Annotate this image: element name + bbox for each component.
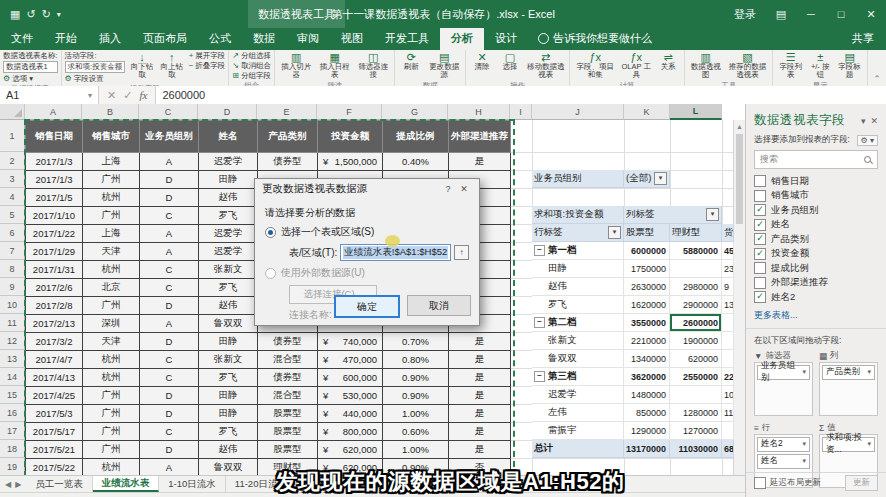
table-cell[interactable]: 债券型 [258, 369, 318, 387]
sign-in-button[interactable]: 登录 [724, 7, 766, 22]
name-box[interactable]: A1▾ [0, 86, 99, 104]
pivot-cell[interactable]: 雷振宇 [532, 422, 624, 440]
table-header-cell[interactable]: 提成比例 [383, 121, 449, 153]
field-chip[interactable]: 姓名▾ [757, 454, 810, 469]
pivot-cell[interactable]: 2600000 [670, 314, 722, 332]
more-tables-link[interactable]: 更多表格... [746, 305, 886, 324]
row-header-12[interactable]: 12 [0, 332, 25, 350]
row-header-11[interactable]: 11 [0, 314, 25, 332]
select-button[interactable]: ▢选择 [497, 51, 523, 80]
pane-options-icon[interactable]: ▾ [861, 116, 866, 126]
pivot-cell[interactable] [670, 260, 722, 278]
pivot-cell[interactable]: 货币型 [722, 224, 734, 242]
collapse-field-button[interactable]: −折叠字段 [189, 61, 226, 70]
plus-minus-buttons-button[interactable]: ±+/- 按钮 [807, 51, 833, 80]
table-cell[interactable]: 2017/5/21 [26, 441, 83, 459]
table-cell[interactable]: 赵伟 [199, 189, 258, 207]
insert-slicer-button[interactable]: ▥插入切片器 [278, 51, 314, 80]
table-cell[interactable]: 2017/1/3 [26, 171, 83, 189]
pivot-cell[interactable]: 10 [722, 386, 734, 404]
pivot-cell[interactable]: 1750000 [624, 260, 670, 278]
table-cell[interactable]: C [140, 207, 199, 225]
field-item[interactable]: ✓姓名 [754, 218, 878, 233]
pivottable-name-value[interactable]: 数据透视表1 [3, 61, 58, 73]
enter-icon[interactable]: ✓ [123, 89, 132, 102]
pivot-cell[interactable]: 1340000 [624, 350, 670, 368]
pivot-cell[interactable]: 2980000 [670, 278, 722, 296]
filters-drop-zone[interactable]: 业务员组别▾ [754, 362, 813, 416]
pivot-cell[interactable]: 左伟 [532, 404, 624, 422]
pivot-cell[interactable]: 68 [722, 440, 734, 458]
column-header-F[interactable]: F [317, 104, 382, 120]
cancel-button[interactable]: 取消 [407, 295, 471, 316]
table-cell[interactable]: 赵伟 [199, 441, 258, 459]
field-item[interactable]: ✓姓名2 [754, 290, 878, 305]
drill-down-button[interactable]: ↓向下钻取 [128, 51, 156, 80]
table-cell[interactable]: A [140, 315, 199, 333]
fields-search-input[interactable]: 搜索 [754, 150, 878, 169]
column-header-G[interactable]: G [382, 104, 448, 120]
pivot-cell[interactable]: 11030000 [670, 440, 722, 458]
table-cell[interactable]: ¥800,000 [318, 423, 383, 441]
table-cell[interactable]: 2017/2/8 [26, 297, 83, 315]
table-cell[interactable]: 混合型 [258, 387, 318, 405]
pivot-cell[interactable]: 股票型 [624, 224, 670, 242]
field-checkbox[interactable] [754, 262, 766, 274]
table-cell[interactable]: A [140, 459, 199, 476]
table-cell[interactable]: 2017/1/22 [26, 225, 83, 243]
table-cell[interactable]: 罗飞 [199, 279, 258, 297]
pivot-cell[interactable]: 业务员组别 [532, 170, 624, 188]
pivot-cell[interactable]: 张新文 [532, 332, 624, 350]
pivot-cell[interactable] [722, 314, 734, 332]
table-cell[interactable]: C [140, 261, 199, 279]
table-cell[interactable]: D [140, 333, 199, 351]
table-cell[interactable]: 2017/2/13 [26, 315, 83, 333]
ribbon-tab-分析[interactable]: 分析 [440, 28, 484, 50]
sheet-tab-1-10日流水[interactable]: 1-10日流水 [159, 476, 226, 492]
field-item[interactable]: 销售城市 [754, 189, 878, 204]
table-cell[interactable]: 股票型 [258, 441, 318, 459]
table-cell[interactable]: 北京 [83, 279, 140, 297]
field-checkbox[interactable]: ✓ [754, 248, 766, 260]
collapse-group-icon[interactable]: − [534, 317, 545, 328]
pivot-cell[interactable]: 2550000 [670, 368, 722, 386]
table-cell[interactable]: 2017/4/7 [26, 351, 83, 369]
field-chip[interactable]: 求和项:投资...▾ [822, 437, 875, 452]
table-cell[interactable]: 2017/3/2 [26, 333, 83, 351]
ribbon-tab-视图[interactable]: 视图 [330, 28, 374, 50]
pivot-cell[interactable]: 13 [722, 296, 734, 314]
table-header-cell[interactable]: 投资金额 [318, 121, 383, 153]
table-cell[interactable]: 债券型 [258, 333, 318, 351]
field-list-button[interactable]: ☰字段列表 [776, 51, 805, 80]
table-cell[interactable]: C [140, 279, 199, 297]
active-field-label[interactable]: 活动字段: [65, 51, 126, 60]
row-header-4[interactable]: 4 [0, 188, 25, 206]
table-cell[interactable]: 混合型 [258, 351, 318, 369]
chip-dropdown-icon[interactable]: ▾ [867, 368, 871, 376]
table-cell[interactable]: 2017/1/5 [26, 189, 83, 207]
table-cell[interactable]: 2017/1/10 [26, 207, 83, 225]
move-pivottable-button[interactable]: ⇄移动数据透视表 [525, 51, 566, 80]
table-cell[interactable]: 0.90% [383, 387, 449, 405]
columns-drop-zone[interactable]: 产品类别▾ [819, 362, 878, 416]
refresh-button[interactable]: ⟳刷新 [398, 51, 424, 80]
table-cell[interactable]: 天津 [83, 243, 140, 261]
column-header-L[interactable]: L [670, 104, 722, 120]
vertical-scrollbar[interactable]: ▲ [733, 120, 745, 475]
table-cell[interactable]: 杭州 [83, 261, 140, 279]
collapse-group-icon[interactable]: − [534, 245, 545, 256]
ok-button[interactable]: 确定 [334, 295, 400, 318]
pivot-cell[interactable]: 1290000 [624, 422, 670, 440]
row-labels-dropdown-icon[interactable]: ▾ [608, 226, 621, 239]
table-cell[interactable]: 迟爱学 [199, 243, 258, 261]
table-cell[interactable]: 是 [449, 441, 511, 459]
share-button[interactable]: 共享 [840, 28, 886, 50]
column-header-A[interactable]: A [25, 104, 82, 120]
pane-close-icon[interactable]: ✕ [870, 116, 878, 126]
table-cell[interactable]: ¥440,000 [318, 405, 383, 423]
pivot-cell[interactable]: 1280000 [670, 404, 722, 422]
pivot-cell[interactable] [722, 422, 734, 440]
table-cell[interactable]: 鲁双双 [199, 459, 258, 476]
field-headers-button[interactable]: ▤字段标题 [835, 51, 864, 80]
table-cell[interactable]: 0.40% [383, 153, 449, 171]
